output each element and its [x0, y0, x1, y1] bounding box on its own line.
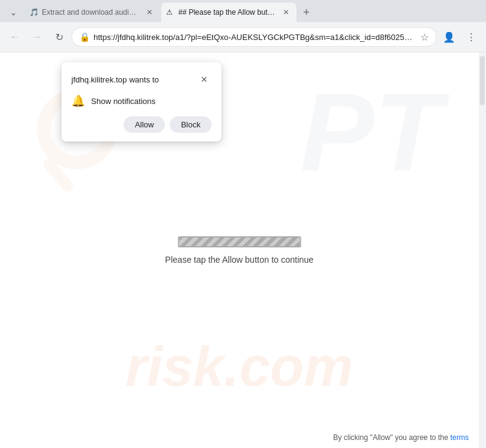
permission-label: Show notifications	[91, 97, 156, 106]
popup-permission-row: 🔔 Show notifications	[71, 94, 212, 108]
forward-button[interactable]: →	[27, 27, 47, 47]
new-tab-button[interactable]: +	[298, 4, 315, 21]
tab-1[interactable]: 🎵 Extract and download audio an ✕	[25, 2, 160, 22]
risk-watermark: risk.com	[125, 335, 353, 399]
tab-list-button[interactable]: ⌄	[5, 4, 22, 21]
close-icon: ✕	[201, 74, 208, 84]
profile-button[interactable]: 👤	[439, 27, 459, 47]
reload-button[interactable]: ↻	[49, 27, 69, 47]
popup-title: jfdhq.kilitrek.top wants to	[71, 75, 159, 84]
loading-text: Please tap the Allow button to continue	[165, 255, 313, 265]
reload-icon: ↻	[55, 31, 63, 43]
scrollbar[interactable]	[479, 52, 486, 448]
allow-button[interactable]: Allow	[124, 116, 165, 133]
footer-label: By clicking "Allow" you agree to the	[333, 433, 450, 442]
tab-1-close[interactable]: ✕	[144, 7, 155, 18]
profile-icon: 👤	[443, 31, 455, 43]
bookmark-icon[interactable]: ☆	[420, 31, 429, 43]
bell-icon: 🔔	[71, 94, 85, 108]
forward-icon: →	[32, 31, 42, 42]
block-button[interactable]: Block	[170, 116, 212, 133]
address-bar: ← → ↻ 🔒 https://jfdhq.kilitrek.top/a1/?p…	[0, 22, 486, 52]
popup-close-button[interactable]: ✕	[197, 72, 212, 87]
tab-1-title: Extract and download audio an	[42, 8, 140, 17]
scrollbar-thumb[interactable]	[480, 56, 485, 105]
back-button[interactable]: ←	[5, 27, 25, 47]
page-content: PT risk.com Please tap the Allow button …	[0, 52, 479, 448]
url-text: https://jfdhq.kilitrek.top/a1/?pl=eEtQxo…	[94, 33, 416, 42]
back-icon: ←	[10, 31, 20, 42]
terms-link[interactable]: terms	[450, 433, 469, 442]
menu-button[interactable]: ⋮	[461, 27, 481, 47]
popup-header: jfdhq.kilitrek.top wants to ✕	[71, 72, 212, 87]
pt-watermark: PT	[300, 77, 442, 188]
content-area: PT risk.com Please tap the Allow button …	[0, 52, 486, 448]
lock-icon: 🔒	[79, 32, 90, 42]
browser-frame: ⌄ 🎵 Extract and download audio an ✕ ⚠ ##…	[0, 0, 486, 448]
tab-2-title: ## Please tap the Allow button	[178, 8, 277, 17]
notification-popup: jfdhq.kilitrek.top wants to ✕ 🔔 Show not…	[62, 62, 221, 142]
tab-1-favicon: 🎵	[30, 8, 38, 17]
loading-bar	[178, 236, 301, 247]
tab-2-close[interactable]: ✕	[281, 7, 292, 18]
magnifier-handle	[41, 156, 76, 194]
menu-icon: ⋮	[466, 31, 476, 43]
footer-text: By clicking "Allow" you agree to the ter…	[333, 433, 469, 442]
popup-actions: Allow Block	[71, 116, 212, 133]
tab-2-favicon: ⚠	[166, 8, 175, 17]
loading-bar-container: Please tap the Allow button to continue	[165, 236, 313, 265]
tab-bar: ⌄ 🎵 Extract and download audio an ✕ ⚠ ##…	[0, 0, 486, 22]
tab-2[interactable]: ⚠ ## Please tap the Allow button ✕	[161, 2, 297, 22]
url-bar[interactable]: 🔒 https://jfdhq.kilitrek.top/a1/?pl=eEtQ…	[71, 27, 437, 47]
